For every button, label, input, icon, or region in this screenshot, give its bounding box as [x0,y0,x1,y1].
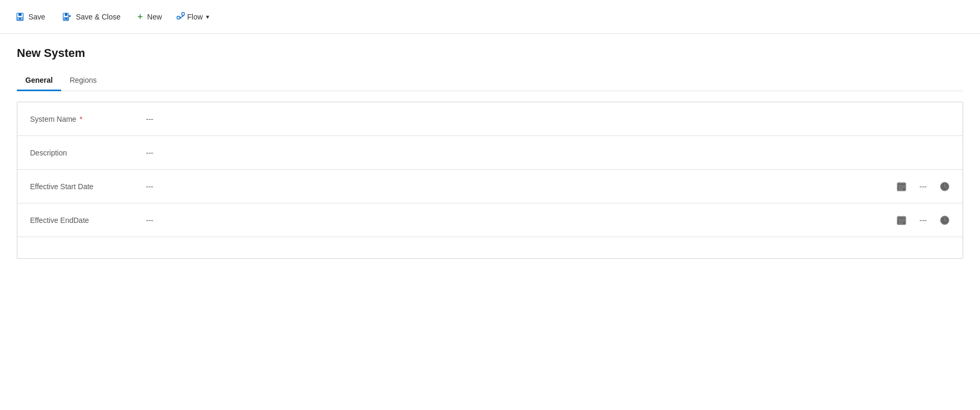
svg-rect-34 [901,222,903,224]
svg-rect-11 [182,13,184,15]
effective-start-date-group: --- [146,181,950,192]
form-row-system-name: System Name * --- [17,102,963,136]
effective-start-date-label: Effective Start Date [30,182,146,191]
form-row-effective-start-date: Effective Start Date --- [17,170,963,203]
save-close-button[interactable]: Save & Close [55,8,128,25]
effective-end-date-right: --- [896,215,950,226]
svg-rect-21 [899,189,900,190]
effective-end-date-label: Effective EndDate [30,216,146,224]
form-section: System Name * --- Description --- Effect… [17,102,963,259]
tab-general[interactable]: General [17,71,61,91]
svg-rect-20 [901,187,903,188]
effective-start-time-value[interactable]: --- [919,182,927,191]
svg-rect-5 [65,13,67,16]
save-icon [16,13,24,21]
svg-rect-7 [65,18,67,19]
effective-end-date-group: --- [146,215,950,226]
toolbar: Save Save & Close + New [0,0,980,34]
svg-rect-1 [18,13,22,16]
svg-rect-35 [903,220,905,222]
new-icon: + [138,12,143,22]
form-row-effective-end-date: Effective EndDate --- [17,203,963,237]
effective-start-date-right: --- [896,181,950,192]
form-row-description: Description --- [17,136,963,170]
effective-end-date-value[interactable]: --- [146,216,896,224]
svg-rect-3 [19,18,21,19]
save-button[interactable]: Save [8,8,53,25]
effective-end-date-clock-icon[interactable] [939,215,950,226]
required-indicator: * [80,115,82,123]
svg-rect-19 [899,187,900,188]
flow-button[interactable]: Flow ▾ [171,7,214,26]
svg-rect-33 [899,222,900,224]
save-close-label: Save & Close [76,13,121,21]
effective-start-date-clock-icon[interactable] [939,181,950,192]
save-label: Save [28,13,45,21]
svg-rect-23 [903,187,905,188]
svg-rect-31 [899,220,900,222]
form-row-spacer [17,237,963,258]
chevron-down-icon: ▾ [206,13,209,21]
system-name-value[interactable]: --- [146,115,950,123]
svg-rect-32 [901,220,903,222]
flow-label: Flow [187,13,203,21]
new-label: New [147,13,162,21]
tabs: General Regions [17,71,963,91]
new-button[interactable]: + New [130,8,170,26]
effective-end-time-value[interactable]: --- [919,216,927,224]
svg-rect-10 [177,16,180,19]
description-label: Description [30,149,146,157]
page-content: New System General Regions System Name *… [0,34,980,271]
effective-end-date-calendar-icon[interactable] [896,215,907,226]
description-value[interactable]: --- [146,149,950,157]
svg-rect-22 [901,189,903,190]
tab-regions[interactable]: Regions [61,71,105,91]
effective-start-date-calendar-icon[interactable] [896,181,907,192]
system-name-label: System Name * [30,115,146,123]
save-close-icon [62,13,72,21]
page-title: New System [17,46,963,60]
effective-start-date-value[interactable]: --- [146,182,896,191]
flow-icon [177,12,185,22]
